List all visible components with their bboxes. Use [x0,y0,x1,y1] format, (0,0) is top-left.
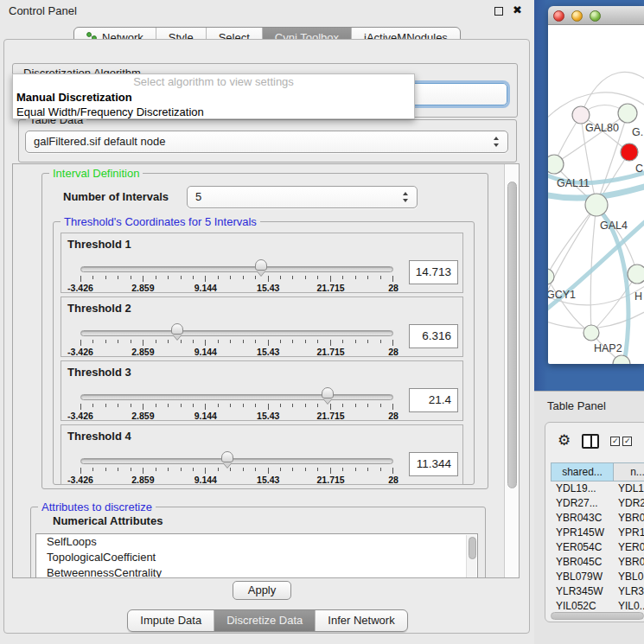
tick-mark [243,468,244,471]
table-row[interactable]: YLR345WYLR3... [551,584,644,599]
tick-mark [131,276,131,279]
table-cell[interactable]: YBR0... [613,555,644,570]
table-data-combobox[interactable]: galFiltered.sif default node [25,131,508,153]
tick-mark [92,276,93,279]
checkbox-icon[interactable]: ✓ [610,437,620,446]
table-cell[interactable]: YER054C [551,540,613,555]
float-window-icon[interactable] [494,7,503,16]
network-node[interactable] [618,104,637,123]
table-row[interactable]: YPR145WYPR1... [551,526,644,540]
table-row[interactable]: YDL19...YDL1... [551,481,644,496]
threshold-slider-track[interactable] [80,330,393,336]
table-row[interactable]: YDR27...YDR2... [551,496,644,511]
table-row[interactable]: YBR045CYBR0... [551,555,644,570]
zoom-window-icon[interactable] [590,10,601,22]
column-header-shared-name[interactable]: shared... [552,463,614,481]
table-cell[interactable]: YBR045C [551,555,613,570]
tick-mark [143,468,143,474]
table-cell[interactable]: YIL052C [551,599,613,609]
table-cell[interactable]: YLR3... [613,584,644,599]
threshold-slider-track[interactable] [80,394,393,400]
network-edge[interactable] [554,113,628,164]
table-cell[interactable]: YPR145W [551,526,613,540]
threshold-value-field[interactable]: 11.344 [409,452,458,476]
table-cell[interactable]: YPR1... [613,526,644,540]
attributes-scrollbar[interactable] [466,535,476,578]
scrollbar-thumb[interactable] [469,537,476,559]
number-of-intervals-combobox[interactable]: 5 [187,186,418,208]
network-node[interactable] [548,155,564,174]
list-item[interactable]: TopologicalCoefficient [36,550,477,565]
network-node[interactable] [613,355,630,364]
threshold-slider-thumb[interactable] [322,387,334,399]
number-of-intervals-label: Number of Intervals [63,190,169,203]
close-icon[interactable]: ✖ [513,3,522,16]
tick-mark [105,276,106,279]
popup-option-manual[interactable]: Manual Discretization [13,90,414,105]
threshold-slider-track[interactable] [80,458,393,464]
threshold-slider-thumb[interactable] [255,259,267,271]
network-node[interactable] [585,194,608,216]
table-cell[interactable]: YBR0... [613,511,644,526]
gear-icon[interactable]: ⚙ [558,433,571,449]
threshold-value-field[interactable]: 21.4 [409,388,458,412]
tick-mark [330,404,331,410]
table-row[interactable]: YBL079WYBL0... [551,570,644,584]
network-node[interactable] [621,143,638,161]
network-canvas[interactable]: GAL80G.CGAL11GAL4GCY1HHAP2 [548,25,644,364]
table-cell[interactable]: YDL19... [551,481,613,496]
column-header-name[interactable]: n... [614,463,644,481]
threshold-slider-track[interactable] [80,266,393,272]
network-node[interactable] [583,325,599,341]
table-cell[interactable]: YBL079W [551,570,613,584]
tick-mark [205,276,206,282]
threshold-value-field[interactable]: 6.316 [409,324,458,348]
network-window-titlebar[interactable] [548,6,644,25]
network-graph[interactable]: GAL80G.CGAL11GAL4GCY1HHAP2 [548,25,644,364]
settings-vertical-scrollbar[interactable] [504,164,519,577]
table-row[interactable]: YIL052CYIL0... [551,599,644,609]
table-cell[interactable]: YBR043C [551,511,613,526]
list-item[interactable]: SelfLoops [36,534,477,550]
popup-option-equal-width[interactable]: Equal Width/Frequency Discretization [13,105,414,119]
network-edge[interactable] [548,205,596,277]
close-window-icon[interactable] [553,10,564,22]
tick-mark [92,404,93,407]
select-columns-icons[interactable]: ✓ ✓ [610,437,632,446]
table-cell[interactable]: YDL1... [613,481,644,496]
columns-icon[interactable] [582,434,599,449]
tick-mark [193,404,194,407]
threshold-value-field[interactable]: 14.713 [409,260,458,284]
tab-impute-data[interactable]: Impute Data [128,610,214,631]
tick-mark [143,340,143,346]
table-cell[interactable]: YBL0... [613,570,644,584]
threshold-slider-thumb[interactable] [171,323,183,335]
tick-mark [218,340,219,343]
network-node[interactable] [572,106,590,124]
table-cell[interactable]: YDR27... [551,496,613,511]
table-row[interactable]: YBR043CYBR0... [551,511,644,526]
network-node[interactable] [628,265,644,284]
table-horizontal-scrollbar[interactable] [551,612,644,620]
network-node[interactable] [548,269,554,284]
list-item[interactable]: BetweennessCentrality [36,565,477,578]
tab-discretize-data[interactable]: Discretize Data [214,610,316,631]
checkbox-icon[interactable]: ✓ [622,437,632,446]
tick-mark [118,340,118,343]
threshold-panel-3: Threshold 3 -3.4262.8599.14415.4321.7152… [61,360,463,421]
table-cell[interactable]: YIL0... [613,599,644,609]
tick-mark [230,404,231,407]
table-row[interactable]: YER054CYER0... [551,540,644,555]
minimize-window-icon[interactable] [571,10,583,22]
panel-title: Control Panel [9,4,77,17]
tab-infer-network[interactable]: Infer Network [316,610,406,631]
node-label: H [634,290,642,303]
numerical-attributes-list[interactable]: SelfLoops TopologicalCoefficient Between… [35,533,478,578]
table-cell[interactable]: YDR2... [613,496,644,511]
scrollbar-thumb[interactable] [507,182,517,488]
node-label: G. [632,126,643,138]
table-cell[interactable]: YLR345W [551,584,613,599]
table-cell[interactable]: YER0... [613,540,644,555]
threshold-slider-thumb[interactable] [221,451,233,462]
apply-button[interactable]: Apply [233,581,291,600]
